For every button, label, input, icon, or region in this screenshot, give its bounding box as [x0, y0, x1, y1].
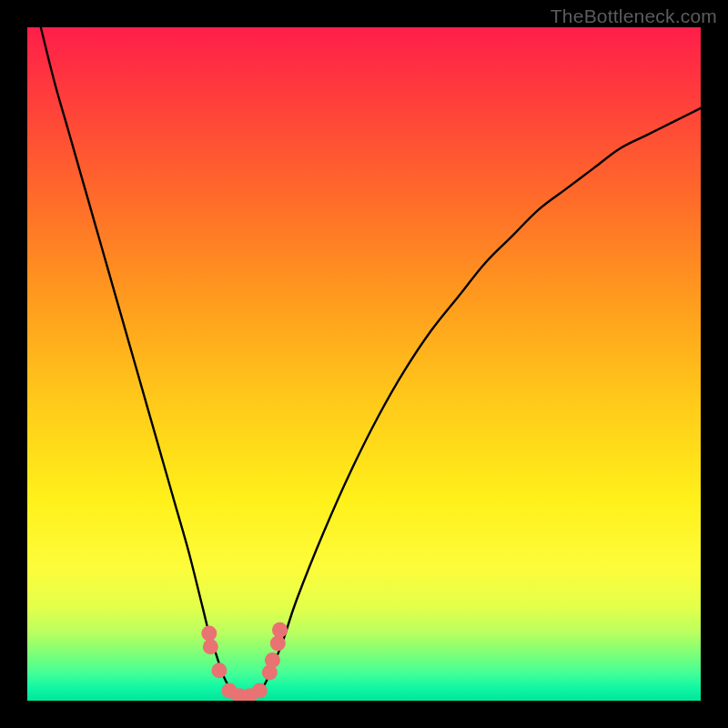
curve-marker — [211, 662, 227, 678]
curve-marker — [201, 626, 217, 642]
curve-marker — [203, 639, 218, 654]
bottleneck-curve — [27, 27, 701, 698]
curve-marker — [270, 636, 286, 652]
curve-marker — [265, 652, 280, 668]
curve-marker — [252, 682, 268, 698]
watermark-text: TheBottleneck.com — [551, 5, 717, 27]
curve-marker — [272, 622, 288, 638]
curve-layer — [27, 27, 701, 701]
chart-frame: TheBottleneck.com — [0, 0, 728, 728]
curve-markers — [201, 622, 288, 701]
plot-area — [27, 27, 701, 701]
